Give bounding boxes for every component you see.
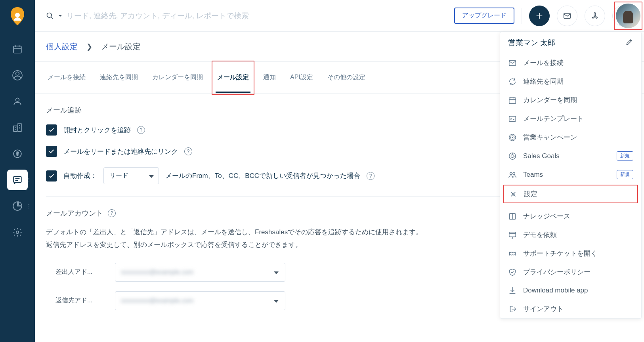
sidebar-calendar[interactable] bbox=[7, 39, 28, 59]
menu-item-mail[interactable]: メールを接続 bbox=[500, 53, 641, 72]
help-icon[interactable]: ? bbox=[184, 147, 192, 155]
menu-item-label: カレンダーを同期 bbox=[523, 96, 577, 105]
menu-item-label: デモを依頼 bbox=[523, 230, 557, 239]
mail-button[interactable] bbox=[557, 6, 577, 26]
menu-item-label: サポートチケットを開く bbox=[523, 249, 597, 258]
mail-icon bbox=[508, 59, 517, 67]
sync-icon bbox=[508, 77, 517, 86]
tab-connect-mail[interactable]: メールを接続 bbox=[46, 62, 87, 93]
ticket-icon bbox=[508, 249, 517, 258]
profile-header: 営業マン 太郎 bbox=[500, 32, 641, 53]
svg-point-17 bbox=[512, 137, 513, 138]
auto-create-select[interactable]: リード bbox=[103, 167, 159, 184]
svg-rect-5 bbox=[13, 126, 17, 132]
sidebar-reports[interactable]: ⋮ bbox=[7, 196, 28, 216]
search-icon[interactable] bbox=[46, 12, 54, 20]
shield-icon bbox=[508, 268, 517, 277]
tab-sync-calendar[interactable]: カレンダーを同期 bbox=[151, 62, 204, 93]
menu-item-sync[interactable]: 連絡先を同期 bbox=[500, 72, 641, 91]
settings-icon bbox=[509, 190, 518, 199]
new-badge: 新規 bbox=[617, 170, 633, 179]
help-icon[interactable]: ? bbox=[108, 209, 116, 217]
sidebar-leads[interactable] bbox=[7, 65, 28, 86]
menu-item-label: メールテンプレート bbox=[523, 114, 584, 123]
menu-item-label: 設定 bbox=[524, 189, 537, 199]
divider bbox=[500, 205, 641, 205]
upgrade-button[interactable]: アップグレード bbox=[454, 8, 514, 24]
goal-icon bbox=[508, 152, 517, 160]
sidebar-more-dots-icon: ⋮ bbox=[26, 179, 32, 181]
menu-item-calendar[interactable]: カレンダーを同期 bbox=[500, 91, 641, 109]
link-mail-checkbox[interactable] bbox=[46, 146, 57, 157]
breadcrumb-current: メール設定 bbox=[101, 41, 141, 52]
sidebar-conversations[interactable]: ⋮ bbox=[7, 170, 28, 190]
menu-item-settings[interactable]: 設定 bbox=[504, 185, 637, 203]
tab-notifications[interactable]: 通知 bbox=[262, 62, 277, 93]
menu-item-label: ナレッジベース bbox=[523, 212, 570, 221]
target-icon bbox=[508, 133, 517, 142]
new-badge: 新規 bbox=[617, 151, 633, 160]
user-avatar[interactable] bbox=[616, 4, 640, 28]
chevron-right-icon: ❯ bbox=[86, 42, 92, 51]
tab-mail-settings[interactable]: メール設定 bbox=[216, 62, 250, 93]
menu-item-goal[interactable]: Sales Goals新規 bbox=[500, 147, 641, 165]
svg-point-16 bbox=[510, 136, 514, 139]
menu-item-team[interactable]: Teams新規 bbox=[500, 165, 641, 184]
rocket-button[interactable] bbox=[585, 6, 605, 26]
menu-item-label: サインアウト bbox=[523, 304, 564, 313]
help-icon[interactable]: ? bbox=[137, 126, 145, 134]
team-icon bbox=[508, 170, 517, 179]
menu-item-book[interactable]: ナレッジベース bbox=[500, 207, 641, 225]
sidebar-accounts[interactable] bbox=[7, 117, 28, 138]
svg-point-2 bbox=[16, 72, 19, 75]
breadcrumb-parent[interactable]: 個人設定 bbox=[46, 41, 78, 52]
add-button[interactable] bbox=[529, 6, 550, 26]
auto-create-suffix: メールのFrom、To、CC、BCCで新しい受信者が見つかった場合 bbox=[165, 171, 360, 180]
tab-other-settings[interactable]: その他の設定 bbox=[326, 62, 367, 93]
svg-point-19 bbox=[511, 155, 514, 157]
sidebar-settings[interactable] bbox=[7, 222, 28, 243]
help-icon[interactable]: ? bbox=[367, 172, 375, 180]
menu-highlight: 設定 bbox=[503, 185, 638, 203]
menu-item-demo[interactable]: デモを依頼 bbox=[500, 225, 641, 244]
svg-point-10 bbox=[47, 13, 52, 17]
menu-item-shield[interactable]: プライバシーポリシー bbox=[500, 263, 641, 281]
edit-profile-button[interactable] bbox=[625, 38, 633, 48]
svg-point-15 bbox=[509, 134, 516, 141]
from-address-select[interactable]: xxxxxxxxx@example.com bbox=[115, 263, 285, 282]
sidebar-deals[interactable] bbox=[7, 143, 28, 164]
account-section-desc: デフォルトの「差出人」と「返信先」アドレスは、メールを送信し、Freshsale… bbox=[46, 226, 426, 252]
reply-address-select[interactable]: xxxxxxxxx@example.com bbox=[115, 291, 285, 310]
menu-item-label: Teams bbox=[523, 171, 543, 179]
account-section-title: メールアカウント bbox=[46, 208, 103, 218]
track-opens-label: 開封とクリックを追跡 bbox=[63, 126, 131, 135]
svg-point-4 bbox=[16, 98, 19, 101]
track-opens-checkbox[interactable] bbox=[46, 124, 57, 136]
app-logo[interactable] bbox=[9, 6, 26, 27]
svg-point-0 bbox=[15, 13, 20, 17]
svg-point-20 bbox=[510, 172, 512, 175]
menu-item-target[interactable]: 営業キャンペーン bbox=[500, 128, 641, 147]
tab-sync-contacts[interactable]: 連絡先を同期 bbox=[98, 62, 140, 93]
menu-item-label: プライバシーポリシー bbox=[523, 267, 590, 277]
top-bar: アップグレード bbox=[35, 0, 644, 32]
menu-item-signout[interactable]: サインアウト bbox=[500, 300, 641, 318]
menu-item-label: 連絡先を同期 bbox=[523, 77, 564, 86]
svg-rect-1 bbox=[13, 46, 21, 53]
divider bbox=[522, 8, 522, 24]
link-mail-label: メールをリードまたは連絡先にリンク bbox=[63, 147, 178, 156]
sidebar-contacts[interactable] bbox=[7, 91, 28, 112]
menu-item-download[interactable]: Download mobile app bbox=[500, 281, 641, 300]
left-sidebar: ⋮ ⋮ bbox=[0, 0, 35, 342]
svg-rect-12 bbox=[509, 60, 516, 65]
menu-item-label: メールを接続 bbox=[523, 58, 564, 67]
search-input[interactable] bbox=[67, 11, 304, 20]
menu-item-ticket[interactable]: サポートチケットを開く bbox=[500, 244, 641, 263]
calendar-icon bbox=[508, 96, 517, 105]
avatar-highlight bbox=[614, 2, 642, 30]
menu-item-template[interactable]: メールテンプレート bbox=[500, 109, 641, 128]
tab-api-settings[interactable]: API設定 bbox=[289, 62, 315, 93]
search-dropdown-caret-icon[interactable] bbox=[58, 13, 63, 18]
auto-create-checkbox[interactable] bbox=[46, 170, 57, 182]
auto-create-prefix: 自動作成： bbox=[63, 171, 97, 180]
